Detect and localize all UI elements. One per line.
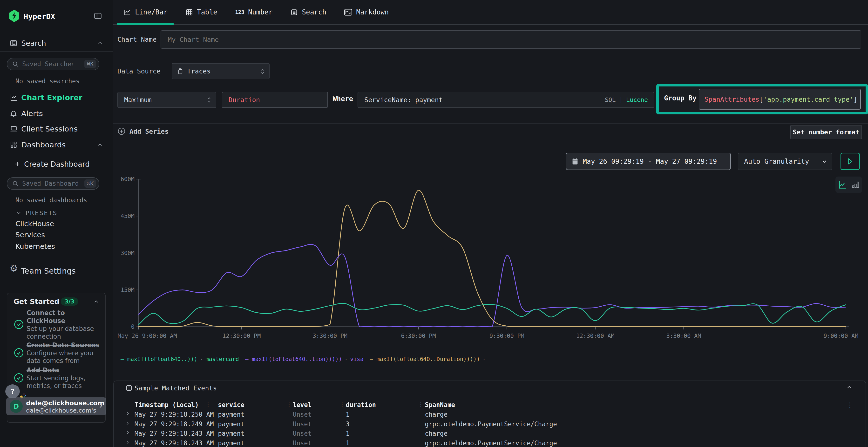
run-query-button[interactable] bbox=[840, 153, 860, 170]
add-series-label: Add Series bbox=[129, 128, 169, 135]
sidebar-item-chart-explorer[interactable]: Chart Explorer bbox=[0, 92, 113, 103]
line-chart-icon bbox=[10, 94, 18, 102]
timeseries-chart[interactable]: 0150M300M450M600MMay 26 9:00:00 AM12:30:… bbox=[111, 176, 868, 355]
shortcut-badge: ⌘K bbox=[84, 179, 96, 187]
sidebar: HyperDX Search ⌘K No saved searches bbox=[0, 0, 113, 447]
chevron-up-icon[interactable] bbox=[97, 142, 103, 148]
legend-item[interactable]: — maxIf(toFloat640..)))·mastercard bbox=[121, 356, 239, 362]
table-row[interactable]: May 27 9:29:18.249 AMpaymentUnset3grpc.o… bbox=[114, 419, 861, 429]
gs-item-desc: Start sending logs, metrics, or traces bbox=[27, 374, 94, 390]
table-cell: 1 bbox=[346, 411, 350, 418]
svg-text:9:30:00 PM: 9:30:00 PM bbox=[490, 333, 524, 339]
sidebar-section-search[interactable]: Search bbox=[0, 38, 113, 49]
tab-markdown[interactable]: Markdown bbox=[344, 8, 389, 16]
saved-searches-input[interactable]: ⌘K bbox=[7, 58, 99, 70]
preset-kubernetes[interactable]: Kubernetes bbox=[16, 242, 55, 250]
column-resize-handle[interactable]: ⋮ bbox=[286, 401, 292, 408]
column-header[interactable]: level bbox=[293, 401, 311, 409]
chevron-down-icon bbox=[821, 158, 828, 165]
expand-row-icon[interactable] bbox=[125, 420, 130, 426]
where-input[interactable]: ServiceName: payment SQL | Lucene bbox=[358, 92, 654, 108]
chart-name-field[interactable] bbox=[168, 36, 361, 43]
sidebar-item-client-sessions[interactable]: Client Sessions bbox=[0, 123, 113, 134]
query-language-toggle[interactable]: SQL | Lucene bbox=[605, 96, 648, 103]
select-arrows-icon bbox=[207, 97, 212, 103]
expand-row-icon[interactable] bbox=[125, 411, 130, 416]
tab-number[interactable]: 123 Number bbox=[235, 8, 273, 16]
tab-table[interactable]: Table bbox=[185, 8, 217, 16]
shortcut-badge: ⌘K bbox=[84, 60, 96, 68]
preset-services[interactable]: Services bbox=[16, 231, 45, 239]
help-button[interactable]: ? bbox=[5, 384, 20, 398]
gs-item-title: Create Data Sources bbox=[27, 341, 101, 349]
aggregation-value: Maximum bbox=[124, 96, 152, 104]
sidebar-item-alerts[interactable]: Alerts bbox=[0, 108, 113, 119]
table-cell: Unset bbox=[293, 430, 311, 437]
chevron-up-icon[interactable] bbox=[97, 40, 103, 46]
where-label: Where bbox=[333, 95, 353, 103]
column-resize-handle[interactable]: ⋮ bbox=[418, 401, 424, 408]
lucene-toggle[interactable]: Lucene bbox=[626, 96, 648, 103]
create-dashboard-label: Create Dashboard bbox=[24, 160, 90, 168]
avatar: D bbox=[10, 400, 23, 413]
saved-dashboards-input[interactable]: ⌘K bbox=[7, 177, 99, 190]
sidebar-item-team-settings[interactable]: ⚙ Team Settings bbox=[0, 265, 113, 277]
table-row[interactable]: May 27 9:29:18.243 AMpaymentUnset1grpc.o… bbox=[114, 438, 861, 447]
sidebar-item-dashboards[interactable]: Dashboards bbox=[0, 139, 113, 150]
group-by-arg: 'app.payment.card_type' bbox=[763, 96, 854, 103]
get-started-item[interactable]: Create Data Sources Configure where your… bbox=[27, 341, 101, 365]
select-arrows-icon bbox=[260, 68, 265, 74]
expand-row-icon[interactable] bbox=[125, 430, 130, 435]
get-started-badge: 3/3 bbox=[61, 298, 78, 306]
get-started-item[interactable]: Connect to ClickHouse Set up your databa… bbox=[27, 309, 99, 340]
saved-dashboards-field[interactable] bbox=[22, 180, 78, 187]
gs-item-desc: Configure where your data comes from bbox=[27, 349, 96, 365]
column-resize-handle[interactable]: ⋮ bbox=[205, 401, 211, 408]
data-source-select[interactable]: Traces bbox=[172, 63, 270, 79]
table-cell: payment bbox=[218, 411, 245, 418]
collapse-panel-icon[interactable] bbox=[846, 384, 852, 391]
table-cell: Unset bbox=[293, 440, 311, 447]
table-cell: 3 bbox=[346, 420, 350, 428]
saved-searches-field[interactable] bbox=[22, 61, 73, 68]
aggregation-select[interactable]: Maximum bbox=[117, 92, 216, 108]
granularity-select[interactable]: Auto Granularity bbox=[738, 153, 832, 170]
no-saved-searches-note: No saved searches bbox=[16, 77, 80, 85]
sql-toggle[interactable]: SQL bbox=[605, 96, 616, 103]
group-by-highlight: Group By SpanAttributes['app.payment.car… bbox=[656, 84, 868, 114]
field-input[interactable]: Duration bbox=[222, 92, 328, 108]
set-number-format-button[interactable]: Set number format bbox=[790, 125, 862, 139]
add-series-button[interactable]: Add Series bbox=[117, 127, 169, 135]
group-by-input[interactable]: SpanAttributes['app.payment.card_type'] bbox=[699, 89, 861, 110]
column-resize-handle[interactable]: ⋮ bbox=[339, 401, 345, 408]
column-header[interactable]: SpanName bbox=[425, 401, 455, 409]
date-range-input[interactable]: May 26 09:29:19 - May 27 09:29:19 bbox=[566, 153, 731, 170]
tab-label: Number bbox=[248, 8, 273, 16]
laptop-icon bbox=[10, 125, 18, 133]
get-started-item[interactable]: Add Data Start sending logs, metrics, or… bbox=[27, 366, 101, 390]
table-row[interactable]: May 27 9:29:18.250 AMpaymentUnset1charge bbox=[114, 409, 861, 419]
no-saved-dashboards-note: No saved dashboards bbox=[16, 197, 87, 204]
kebab-menu-icon[interactable]: ⋮ bbox=[847, 401, 853, 409]
legend-item[interactable]: — maxIf(toFloat640..tion)))))·visa bbox=[245, 356, 364, 362]
svg-text:3:30:00 PM: 3:30:00 PM bbox=[312, 333, 347, 339]
column-header[interactable]: service bbox=[218, 401, 245, 409]
table-row[interactable]: May 27 9:29:18.243 AMpaymentUnset1charge bbox=[114, 428, 861, 438]
chart-name-input[interactable] bbox=[161, 30, 861, 49]
collapse-sidebar-icon[interactable] bbox=[94, 11, 102, 20]
column-header[interactable]: Timestamp (Local) bbox=[134, 401, 199, 409]
legend-item[interactable]: — maxIf(toFloat640..Duration)))))· bbox=[370, 356, 488, 362]
tab-line-bar[interactable]: Line/Bar bbox=[123, 8, 167, 16]
events-list-icon bbox=[125, 384, 133, 391]
play-icon bbox=[847, 158, 853, 165]
granularity-value: Auto Granularity bbox=[744, 158, 809, 166]
chevron-up-icon[interactable] bbox=[93, 299, 99, 305]
presets-toggle[interactable]: PRESETS bbox=[0, 208, 113, 218]
create-dashboard-button[interactable]: Create Dashboard bbox=[0, 159, 113, 170]
column-header[interactable]: duration bbox=[346, 401, 376, 409]
tab-search[interactable]: Search bbox=[290, 8, 326, 16]
expand-row-icon[interactable] bbox=[125, 440, 130, 445]
chart-legend[interactable]: — maxIf(toFloat640..)))·mastercard— maxI… bbox=[121, 356, 495, 362]
user-card[interactable]: D dale@clickhouse.com dale@clickhouse.co… bbox=[6, 398, 106, 415]
preset-clickhouse[interactable]: ClickHouse bbox=[16, 220, 54, 228]
